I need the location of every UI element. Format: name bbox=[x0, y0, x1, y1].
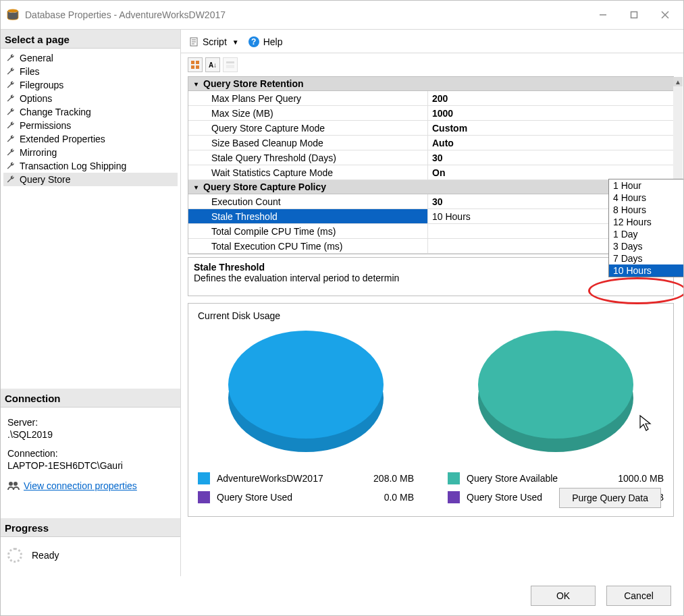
connection-value: LAPTOP-1ESH6DTC\Gauri bbox=[7, 460, 174, 471]
connection-panel: Server: .\SQL2019 Connection: LAPTOP-1ES… bbox=[1, 408, 180, 498]
svg-rect-2 bbox=[631, 12, 637, 18]
minimize-button[interactable] bbox=[597, 9, 609, 21]
disk-usage-title: Current Disk Usage bbox=[198, 310, 664, 321]
sidebar-header: Select a page bbox=[1, 30, 180, 49]
svg-rect-13 bbox=[191, 65, 194, 69]
grid-key: Wait Statistics Capture Mode bbox=[188, 165, 428, 179]
close-button[interactable] bbox=[659, 9, 671, 21]
view-connection-properties-link[interactable]: View connection properties bbox=[7, 480, 137, 491]
wrench-icon bbox=[6, 94, 16, 103]
connection-label: Connection: bbox=[7, 448, 174, 459]
grid-value[interactable]: On bbox=[428, 165, 673, 179]
grid-row[interactable]: Query Store Capture ModeCustom bbox=[188, 121, 673, 136]
pie-chart-database bbox=[228, 325, 384, 457]
grid-value[interactable]: Auto bbox=[428, 136, 673, 150]
grid-row[interactable]: Execution Count30 bbox=[188, 194, 673, 209]
grid-key: Stale Threshold bbox=[188, 209, 428, 223]
maximize-button[interactable] bbox=[628, 9, 640, 21]
svg-rect-14 bbox=[196, 65, 199, 69]
az-icon: A↓ bbox=[209, 61, 217, 69]
progress-header: Progress bbox=[1, 518, 180, 537]
grid-key: Query Store Capture Mode bbox=[188, 121, 428, 135]
cancel-button[interactable]: Cancel bbox=[606, 586, 671, 606]
sidebar-item-transaction-log-shipping[interactable]: Transaction Log Shipping bbox=[3, 159, 178, 173]
svg-rect-15 bbox=[226, 61, 234, 63]
scroll-up-icon[interactable]: ▲ bbox=[673, 77, 683, 86]
sidebar-item-filegroups[interactable]: Filegroups bbox=[3, 78, 178, 92]
sidebar-item-query-store[interactable]: Query Store bbox=[3, 173, 178, 186]
help-button[interactable]: ? Help bbox=[248, 36, 283, 47]
description-panel: Stale Threshold Defines the evaluation i… bbox=[188, 257, 674, 296]
sidebar-item-change-tracking[interactable]: Change Tracking bbox=[3, 105, 178, 119]
legend-label: Query Store Used bbox=[217, 492, 353, 503]
main-panel: Script ▼ ? Help A↓ ▾ bbox=[181, 30, 683, 576]
ok-button[interactable]: OK bbox=[531, 586, 596, 606]
wrench-icon bbox=[6, 67, 16, 76]
legend-item: AdventureWorksDW2017208.0 MB bbox=[198, 469, 414, 488]
grid-row[interactable]: Max Size (MB)1000 bbox=[188, 106, 673, 121]
grid-value[interactable]: 1000 bbox=[428, 106, 673, 120]
description-text: Defines the evaluation interval period t… bbox=[194, 273, 668, 283]
legend-label: Query Store Available bbox=[467, 473, 603, 484]
svg-point-0 bbox=[8, 9, 18, 13]
sidebar-item-general[interactable]: General bbox=[3, 51, 178, 65]
dropdown-option[interactable]: 10 Hours bbox=[609, 264, 683, 277]
progress-spinner-icon bbox=[7, 548, 22, 563]
sidebar-item-mirroring[interactable]: Mirroring bbox=[3, 146, 178, 159]
script-icon bbox=[189, 36, 200, 47]
dropdown-option[interactable]: 4 Hours bbox=[609, 192, 683, 204]
dropdown-option[interactable]: 1 Day bbox=[609, 228, 683, 240]
progress-status: Ready bbox=[32, 550, 59, 561]
dropdown-option[interactable]: 12 Hours bbox=[609, 216, 683, 228]
server-value: .\SQL2019 bbox=[7, 429, 174, 440]
sidebar-item-options[interactable]: Options bbox=[3, 92, 178, 105]
pie-chart-querystore bbox=[478, 325, 633, 457]
stale-threshold-dropdown[interactable]: 1 Hour4 Hours8 Hours12 Hours1 Day3 Days7… bbox=[608, 179, 683, 277]
grid-value[interactable]: 30 bbox=[428, 150, 673, 165]
grid-row[interactable]: Wait Statistics Capture ModeOn bbox=[188, 165, 673, 180]
page-list: GeneralFilesFilegroupsOptionsChange Trac… bbox=[1, 49, 180, 189]
dropdown-option[interactable]: 8 Hours bbox=[609, 204, 683, 216]
grid-row[interactable]: Total Compile CPU Time (ms) bbox=[188, 224, 673, 239]
wrench-icon bbox=[6, 175, 16, 184]
sidebar-item-files[interactable]: Files bbox=[3, 65, 178, 78]
grid-key: Stale Query Threshold (Days) bbox=[188, 150, 428, 165]
grid-row[interactable]: Size Based Cleanup ModeAuto bbox=[188, 136, 673, 150]
group-retention[interactable]: ▾ Query Store Retention bbox=[188, 77, 673, 91]
purge-query-data-button[interactable]: Purge Query Data bbox=[559, 488, 661, 508]
svg-rect-11 bbox=[191, 61, 194, 64]
alphabetical-button[interactable]: A↓ bbox=[205, 57, 220, 72]
dialog-window: Database Properties - AdventureWorksDW20… bbox=[0, 0, 684, 616]
wrench-icon bbox=[6, 148, 16, 157]
legend-swatch bbox=[448, 491, 460, 503]
chevron-down-icon: ▼ bbox=[232, 38, 239, 46]
categorized-button[interactable] bbox=[188, 57, 203, 72]
chevron-down-icon: ▾ bbox=[191, 184, 201, 191]
grid-key: Total Execution CPU Time (ms) bbox=[188, 239, 428, 253]
grid-row[interactable]: Stale Query Threshold (Days)30 bbox=[188, 150, 673, 165]
dropdown-option[interactable]: 1 Hour bbox=[609, 179, 683, 192]
sidebar-item-extended-properties[interactable]: Extended Properties bbox=[3, 132, 178, 146]
grid-value[interactable]: 200 bbox=[428, 91, 673, 105]
dropdown-option[interactable]: 3 Days bbox=[609, 240, 683, 252]
grid-row[interactable]: Stale Threshold10 Hours▾ bbox=[188, 209, 673, 224]
dialog-footer: OK Cancel bbox=[1, 576, 683, 615]
grid-row[interactable]: Max Plans Per Query200 bbox=[188, 91, 673, 106]
grid-value[interactable]: Custom bbox=[428, 121, 673, 135]
grid-row[interactable]: Total Execution CPU Time (ms) bbox=[188, 239, 673, 254]
group-capture-policy[interactable]: ▾ Query Store Capture Policy bbox=[188, 180, 673, 194]
dropdown-option[interactable]: 7 Days bbox=[609, 252, 683, 264]
grid-key: Execution Count bbox=[188, 194, 428, 208]
wrench-icon bbox=[6, 121, 16, 130]
grid-key: Total Compile CPU Time (ms) bbox=[188, 224, 428, 238]
properties-button[interactable] bbox=[223, 57, 238, 72]
property-grid: ▾ Query Store Retention Max Plans Per Qu… bbox=[188, 76, 674, 254]
grid-key: Max Size (MB) bbox=[188, 106, 428, 120]
chevron-down-icon: ▾ bbox=[191, 80, 201, 88]
script-button[interactable]: Script ▼ bbox=[189, 36, 239, 47]
sidebar-item-permissions[interactable]: Permissions bbox=[3, 119, 178, 132]
properties-icon bbox=[226, 60, 235, 69]
window-title: Database Properties - AdventureWorksDW20… bbox=[25, 9, 597, 20]
legend-value: 1000.0 MB bbox=[610, 473, 664, 484]
titlebar: Database Properties - AdventureWorksDW20… bbox=[1, 1, 683, 29]
